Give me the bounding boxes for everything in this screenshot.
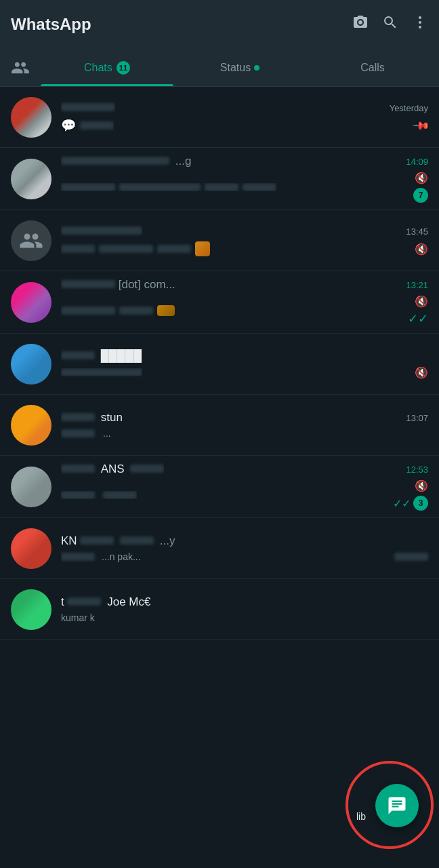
- chat-name: KN ...y: [61, 534, 175, 548]
- preview-blur: [119, 183, 201, 191]
- pin-icon: 📌: [412, 116, 431, 135]
- preview-blur: [103, 491, 137, 499]
- tabs-bar: Chats 11 Status Calls: [0, 49, 439, 87]
- name-blur: [61, 413, 95, 421]
- status-dot: [254, 65, 259, 71]
- chat-content: 13:45 🔇: [61, 224, 428, 256]
- preview-blur: [119, 307, 153, 315]
- chat-top: ...g 14:09: [61, 155, 428, 168]
- avatar: [11, 405, 51, 446]
- chat-meta: 📌: [415, 119, 428, 132]
- chat-content: ANS 12:53 🔇 ✓✓ 3: [61, 462, 428, 511]
- preview-blur: [61, 553, 95, 561]
- chat-bottom: 🔇: [61, 366, 428, 379]
- avatar: [11, 97, 51, 138]
- chat-item[interactable]: ANS 12:53 🔇 ✓✓ 3: [0, 456, 439, 518]
- mute-icon: 🔇: [415, 366, 428, 379]
- preview-blur: [61, 307, 115, 315]
- chat-meta: 🔇 ✓✓: [408, 295, 428, 326]
- emoji-block: [157, 305, 175, 316]
- chat-item[interactable]: ...g 14:09 🔇 7: [0, 148, 439, 210]
- emoji-block: [195, 241, 210, 256]
- chat-top: Yesterday: [61, 101, 428, 115]
- preview-blur: [157, 245, 191, 253]
- chat-name: [61, 224, 142, 238]
- chat-content: ...g 14:09 🔇 7: [61, 155, 428, 203]
- tab-calls[interactable]: Calls: [306, 49, 439, 86]
- chats-tab-label: Chats: [84, 62, 112, 74]
- name-blur: [61, 157, 169, 165]
- chat-preview: ...: [61, 428, 111, 439]
- avatar: [11, 220, 51, 261]
- name-blur: [61, 465, 95, 473]
- chat-top: t Joe Mc€: [61, 595, 428, 609]
- chat-time: 13:45: [406, 226, 428, 237]
- chat-content: KN ...y ...n pak...: [61, 534, 428, 562]
- name-blur: [61, 226, 142, 235]
- avatar: [11, 589, 51, 630]
- mute-icon: 🔇: [415, 172, 428, 184]
- name-blur: [130, 465, 164, 473]
- preview-blur: [61, 368, 142, 376]
- preview-blur: [61, 183, 115, 191]
- tab-status[interactable]: Status: [173, 49, 306, 86]
- chat-meta: 🔇 7: [413, 172, 428, 203]
- chat-bottom: 🔇 ✓✓ 3: [61, 479, 428, 511]
- preview-blur: [205, 183, 238, 191]
- svg-point-0: [419, 16, 421, 19]
- chat-list: Yesterday 💬 📌 ...g 14:09: [0, 87, 439, 640]
- header: WhatsApp: [0, 0, 439, 49]
- chat-bottom: ...n pak...: [61, 551, 428, 562]
- chat-top: 13:45: [61, 224, 428, 238]
- compose-icon: [387, 795, 407, 816]
- mute-icon: 🔇: [415, 295, 428, 308]
- chat-time: 12:53: [406, 465, 428, 475]
- chat-meta: 🔇: [415, 243, 428, 256]
- chat-name: [61, 101, 115, 115]
- chat-item[interactable]: t Joe Mc€ kumar k: [0, 579, 439, 640]
- preview-blur: [61, 491, 95, 499]
- chat-bottom: ...: [61, 428, 428, 439]
- chat-name: [dot] com...: [61, 278, 175, 292]
- chat-item[interactable]: Yesterday 💬 📌: [0, 87, 439, 148]
- chat-bottom: 🔇 ✓✓: [61, 295, 428, 326]
- chat-top: KN ...y: [61, 534, 428, 548]
- preview-blur: [61, 429, 95, 437]
- name-blur: [61, 280, 115, 288]
- chat-name: ...g: [61, 155, 191, 168]
- chat-meta: 🔇 ✓✓ 3: [393, 479, 428, 511]
- chat-preview: [61, 368, 142, 376]
- tab-chats[interactable]: Chats 11: [41, 49, 173, 86]
- avatar: [11, 282, 51, 323]
- menu-icon[interactable]: [412, 14, 428, 35]
- chat-top: [dot] com... 13:21: [61, 278, 428, 292]
- chat-item[interactable]: KN ...y ...n pak...: [0, 518, 439, 579]
- chat-content: Yesterday 💬 📌: [61, 101, 428, 133]
- name-blur: [120, 536, 154, 545]
- chat-time: 13:07: [406, 413, 428, 423]
- new-chat-fab[interactable]: [375, 784, 419, 827]
- community-tab[interactable]: [0, 49, 41, 86]
- svg-point-1: [419, 21, 421, 24]
- mute-icon: 🔇: [415, 243, 428, 256]
- chat-content: [dot] com... 13:21 🔇 ✓✓: [61, 278, 428, 326]
- unread-badge: 3: [413, 496, 428, 511]
- chat-item[interactable]: stun 13:07 ...: [0, 395, 439, 456]
- chat-top: █████: [61, 349, 428, 363]
- chat-time: 13:21: [406, 280, 428, 290]
- preview-blur: [99, 245, 153, 253]
- chat-bottom: kumar k: [61, 612, 428, 623]
- chat-top: stun 13:07: [61, 411, 428, 425]
- preview-blur: [394, 553, 428, 561]
- chat-item[interactable]: █████ 🔇: [0, 334, 439, 395]
- search-icon[interactable]: [382, 14, 398, 35]
- chat-bottom: 💬 📌: [61, 118, 428, 133]
- header-actions: [352, 14, 428, 35]
- chats-badge: 11: [117, 61, 130, 75]
- camera-icon[interactable]: [352, 14, 369, 35]
- chat-content: stun 13:07 ...: [61, 411, 428, 439]
- chat-item[interactable]: [dot] com... 13:21 🔇 ✓✓: [0, 271, 439, 334]
- app-title: WhatsApp: [11, 15, 91, 34]
- name-blur: [61, 103, 115, 111]
- chat-item[interactable]: 13:45 🔇: [0, 210, 439, 271]
